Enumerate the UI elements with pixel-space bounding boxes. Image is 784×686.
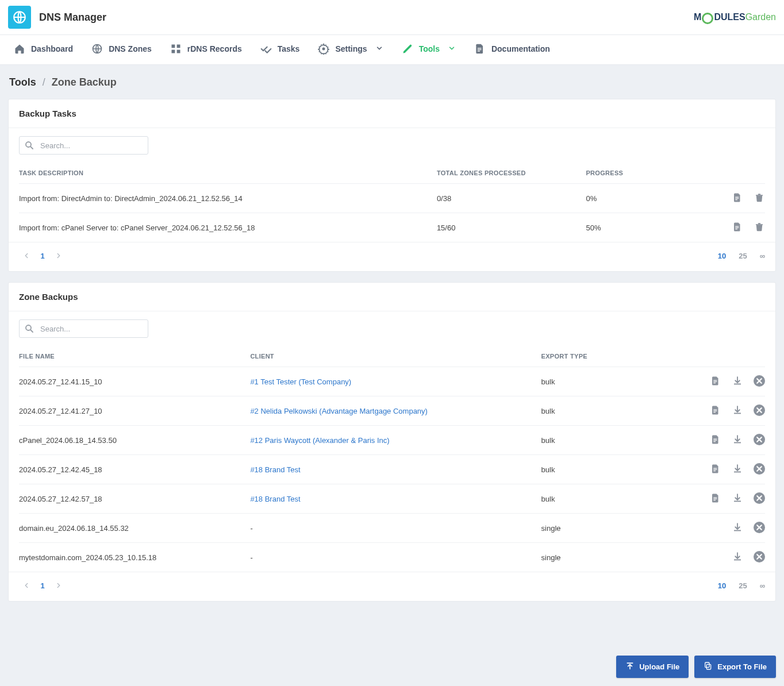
client-link[interactable]: #12 Paris Waycott (Alexander & Paris Inc… <box>250 436 389 445</box>
details-icon[interactable] <box>732 221 743 233</box>
pager-page[interactable]: 1 <box>34 252 51 260</box>
nav-tools[interactable]: Tools <box>393 35 465 64</box>
details-icon[interactable] <box>732 192 743 203</box>
download-icon[interactable] <box>732 463 743 475</box>
table-row: 2024.05.27_12.42.45_18#18 Brand Testbulk <box>19 455 765 484</box>
backups-search[interactable] <box>19 319 148 338</box>
details-icon[interactable] <box>710 492 721 504</box>
table-row: domain.eu_2024.06.18_14.55.32-single <box>19 514 765 543</box>
client-link[interactable]: #18 Brand Test <box>250 465 300 474</box>
details-icon[interactable] <box>710 375 721 387</box>
pager-next[interactable] <box>51 578 66 593</box>
pager-next[interactable] <box>51 248 66 263</box>
nav-rdns-label: rDNS Records <box>187 44 242 53</box>
file-name: 2024.05.27_12.41.27_10 <box>19 396 250 426</box>
table-row: Import from: DirectAdmin to: DirectAdmin… <box>19 184 765 213</box>
nav-rdns[interactable]: rDNS Records <box>161 35 251 64</box>
file-name: cPanel_2024.06.18_14.53.50 <box>19 426 250 455</box>
nav-settings-label: Settings <box>335 44 367 53</box>
globe-icon <box>91 43 103 55</box>
download-icon[interactable] <box>732 404 743 416</box>
download-icon[interactable] <box>732 492 743 504</box>
tasks-search-input[interactable] <box>39 141 143 151</box>
breadcrumb-current: Zone Backup <box>52 76 117 88</box>
page-size-option[interactable]: ∞ <box>760 252 765 260</box>
task-progress: 50% <box>586 213 690 242</box>
col-file-name[interactable]: FILE NAME <box>19 346 250 367</box>
nav-dns-zones[interactable]: DNS Zones <box>82 35 161 64</box>
nav-dashboard[interactable]: Dashboard <box>5 35 82 64</box>
page-size-option[interactable]: ∞ <box>760 581 765 590</box>
download-icon[interactable] <box>732 434 743 445</box>
table-row: 2024.05.27_12.41.15_10#1 Test Tester (Te… <box>19 367 765 396</box>
col-task-desc[interactable]: TASK DESCRIPTION <box>19 163 437 184</box>
client: #2 Nelida Pelkowski (Advantage Martgage … <box>250 396 541 426</box>
file-name: 2024.05.27_12.41.15_10 <box>19 367 250 396</box>
table-row: cPanel_2024.06.18_14.53.50#12 Paris Wayc… <box>19 426 765 455</box>
nav-tasks[interactable]: Tasks <box>251 35 309 64</box>
search-icon <box>24 323 34 334</box>
download-icon[interactable] <box>732 551 743 562</box>
pencil-icon <box>402 43 413 55</box>
tasks-pager: 1 1025∞ <box>9 242 775 271</box>
zone-backups-card: Zone Backups FILE NAME CLIENT EXPORT TYP… <box>8 282 776 602</box>
page-size-option[interactable]: 25 <box>739 252 747 260</box>
details-icon[interactable] <box>710 404 721 416</box>
download-icon[interactable] <box>732 375 743 387</box>
task-total: 15/60 <box>437 213 586 242</box>
trash-icon[interactable] <box>754 192 765 203</box>
delete-icon[interactable] <box>754 375 765 387</box>
client-link[interactable]: #2 Nelida Pelkowski (Advantage Martgage … <box>250 407 428 415</box>
chevron-down-icon <box>448 44 456 54</box>
page-size-option[interactable]: 10 <box>718 252 726 260</box>
doc-icon <box>474 43 486 55</box>
export-type: single <box>541 514 676 543</box>
delete-icon[interactable] <box>754 522 765 533</box>
file-name: domain.eu_2024.06.18_14.55.32 <box>19 514 250 543</box>
pager-prev[interactable] <box>19 248 34 263</box>
breadcrumb-parent[interactable]: Tools <box>9 76 36 88</box>
trash-icon[interactable] <box>754 221 765 233</box>
col-task-progress[interactable]: PROGRESS <box>586 163 690 184</box>
delete-icon[interactable] <box>754 551 765 562</box>
nav-tasks-label: Tasks <box>278 44 300 53</box>
pager-prev[interactable] <box>19 578 34 593</box>
col-client[interactable]: CLIENT <box>250 346 541 367</box>
col-task-total[interactable]: TOTAL ZONES PROCESSED <box>437 163 586 184</box>
page-size-option[interactable]: 10 <box>718 581 726 590</box>
backup-tasks-title: Backup Tasks <box>9 99 775 128</box>
backups-pager: 1 1025∞ <box>9 572 775 601</box>
col-export-type[interactable]: EXPORT TYPE <box>541 346 676 367</box>
details-icon[interactable] <box>710 463 721 475</box>
main-nav: Dashboard DNS Zones rDNS Records Tasks S… <box>0 35 784 65</box>
backups-search-input[interactable] <box>39 324 143 334</box>
delete-icon[interactable] <box>754 434 765 445</box>
zone-backups-title: Zone Backups <box>9 283 775 311</box>
client-link[interactable]: #18 Brand Test <box>250 495 300 503</box>
gear-icon <box>318 43 329 55</box>
tasks-search[interactable] <box>19 136 148 155</box>
nav-documentation[interactable]: Documentation <box>465 35 559 64</box>
bottom-actions: Upload File Export To File <box>616 656 776 658</box>
file-name: 2024.05.27_12.42.57_18 <box>19 484 250 514</box>
nav-tools-label: Tools <box>419 44 440 53</box>
table-row: 2024.05.27_12.41.27_10#2 Nelida Pelkowsk… <box>19 396 765 426</box>
export-to-file-button[interactable]: Export To File <box>694 656 776 658</box>
delete-icon[interactable] <box>754 492 765 504</box>
download-icon[interactable] <box>732 522 743 533</box>
backups-table: FILE NAME CLIENT EXPORT TYPE 2024.05.27_… <box>19 346 765 572</box>
client: #18 Brand Test <box>250 455 541 484</box>
pager-page[interactable]: 1 <box>34 581 51 590</box>
search-icon <box>24 140 34 151</box>
client: #12 Paris Waycott (Alexander & Paris Inc… <box>250 426 541 455</box>
details-icon[interactable] <box>710 434 721 445</box>
delete-icon[interactable] <box>754 463 765 475</box>
file-name: 2024.05.27_12.42.45_18 <box>19 455 250 484</box>
delete-icon[interactable] <box>754 404 765 416</box>
home-icon <box>14 43 25 55</box>
nav-settings[interactable]: Settings <box>309 35 392 64</box>
export-type: bulk <box>541 367 676 396</box>
page-size-option[interactable]: 25 <box>739 581 747 590</box>
client-link[interactable]: #1 Test Tester (Test Company) <box>250 377 351 386</box>
upload-file-button[interactable]: Upload File <box>616 656 689 658</box>
